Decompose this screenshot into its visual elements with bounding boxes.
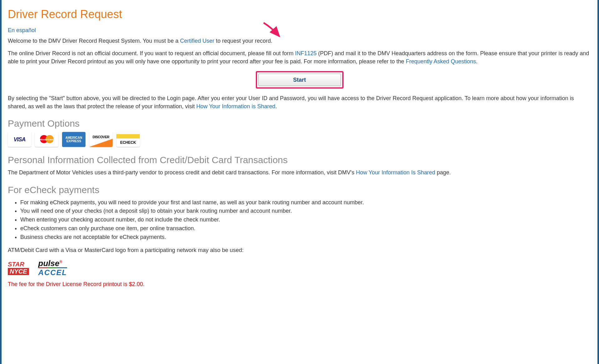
payment-card-row: VISA MasterCard AMERICAN EXPRESS DISCOVE… (8, 132, 591, 147)
network-icons: STAR NYCE pulse® ACCEL (8, 259, 591, 277)
amex-icon: AMERICAN EXPRESS (62, 132, 85, 147)
echeck-label: ECHECK (120, 140, 136, 145)
certified-user-link[interactable]: Certified User (180, 38, 214, 44)
visa-icon: VISA (8, 132, 31, 147)
language-link[interactable]: En español (8, 27, 36, 34)
mastercard-label: MasterCard (40, 138, 53, 141)
highlight-arrow-icon (262, 21, 284, 40)
intro-text-pre: Welcome to the DMV Driver Record Request… (8, 38, 180, 44)
start-button[interactable]: Start (258, 74, 341, 86)
list-item: Business checks are not acceptable for e… (20, 233, 591, 242)
mastercard-icon: MasterCard (35, 132, 58, 147)
list-item: When entering your checking account numb… (20, 216, 591, 224)
echeck-heading: For eCheck payments (8, 185, 591, 195)
discover-icon: DISCOVER (89, 132, 113, 147)
nyce-label: NYCE (8, 268, 29, 275)
list-item: For making eCheck payments, you will nee… (20, 198, 591, 207)
faq-link[interactable]: Frequently Asked Questions (406, 58, 476, 65)
official-doc-paragraph: The online Driver Record is not an offic… (8, 49, 591, 66)
post-start-paragraph: By selecting the "Start" button above, y… (8, 94, 591, 110)
payment-options-heading: Payment Options (8, 118, 591, 129)
p2a: The online Driver Record is not an offic… (8, 50, 295, 56)
discover-label: DISCOVER (93, 135, 109, 139)
star-nyce-icon: STAR NYCE (8, 261, 29, 275)
page-title: Driver Record Request (8, 8, 591, 21)
p3b: . (275, 103, 277, 109)
echeck-list: For making eCheck payments, you will nee… (8, 198, 591, 242)
p2c: . (476, 58, 478, 65)
pii-paragraph: The Department of Motor Vehicles uses a … (8, 168, 591, 177)
pii-b: page. (435, 169, 451, 176)
fee-notice: The fee for the Driver License Record pr… (8, 280, 591, 288)
inf1125-link[interactable]: INF1125 (295, 50, 317, 56)
start-button-area: Start (8, 71, 591, 89)
pulse-label: pulse® (38, 259, 67, 268)
start-highlight-box: Start (256, 71, 343, 89)
pii-a: The Department of Motor Vehicles uses a … (8, 169, 356, 176)
list-item: eCheck customers can only purchase one i… (20, 224, 591, 233)
echeck-icon: ECHECK (116, 132, 140, 147)
intro-paragraph: Welcome to the DMV Driver Record Request… (8, 37, 591, 45)
atm-note: ATM/Debit Card with a Visa or MasterCard… (8, 246, 591, 254)
list-item: You will need one of your checks (not a … (20, 207, 591, 216)
accel-label: ACCEL (38, 268, 67, 277)
info-shared-link-1[interactable]: How Your Information is Shared (196, 103, 275, 109)
info-shared-link-2[interactable]: How Your Information Is Shared (356, 169, 435, 176)
p3a: By selecting the "Start" button above, y… (8, 95, 574, 109)
star-label: STAR (8, 261, 29, 268)
pulse-accel-icon: pulse® ACCEL (38, 259, 67, 277)
pulse-text: pulse (38, 259, 60, 268)
pii-heading: Personal Information Collected from Cred… (8, 155, 591, 165)
